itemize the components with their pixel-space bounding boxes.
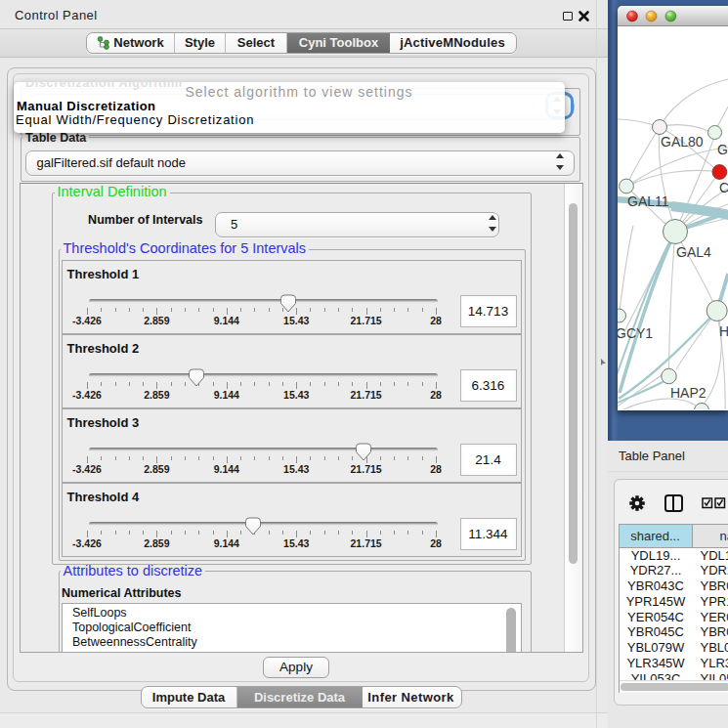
svg-text:GCY1: GCY1 — [618, 325, 653, 341]
svg-text:GAL11: GAL11 — [627, 193, 669, 209]
svg-text:HAP2: HAP2 — [670, 385, 707, 401]
svg-text:CY: CY — [719, 180, 728, 195]
svg-text:GAL4: GAL4 — [676, 244, 711, 260]
svg-text:GAL: GAL — [717, 142, 728, 157]
svg-text:HA: HA — [719, 323, 728, 339]
svg-text:GAL80: GAL80 — [661, 134, 704, 150]
